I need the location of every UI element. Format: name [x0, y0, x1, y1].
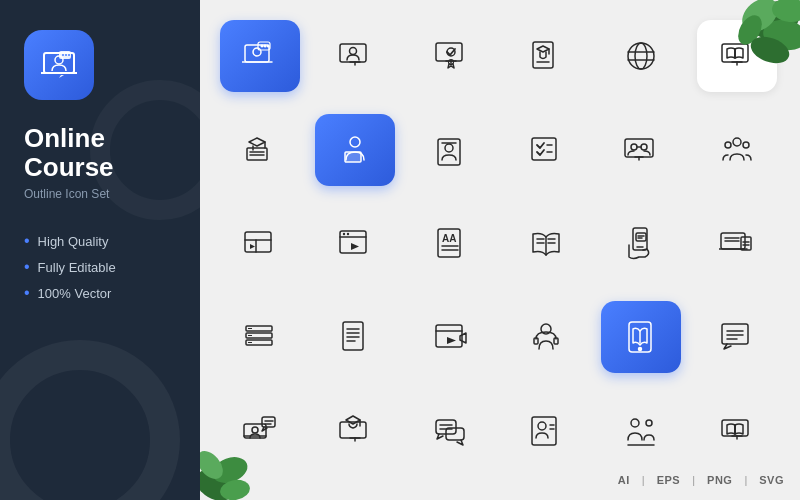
svg-point-4 — [62, 54, 64, 56]
sidebar-subtitle: Outline Icon Set — [24, 187, 176, 201]
chat-bubbles-icon — [411, 394, 491, 466]
svg-rect-63 — [245, 232, 271, 252]
book-read-icon — [506, 207, 586, 279]
svg-rect-28 — [436, 43, 462, 61]
svg-point-21 — [261, 45, 263, 47]
laptop-chat-icon — [220, 20, 300, 92]
sidebar: Online Course Outline Icon Set High Qual… — [0, 0, 200, 500]
svg-point-60 — [733, 138, 741, 146]
tablet-book-icon — [601, 301, 681, 373]
chat-book-icon — [697, 301, 777, 373]
svg-point-5 — [65, 54, 67, 56]
svg-point-6 — [68, 54, 70, 56]
svg-point-131 — [631, 419, 639, 427]
people-icon — [697, 114, 777, 186]
svg-point-46 — [350, 137, 360, 147]
chat-person-icon — [220, 394, 300, 466]
svg-rect-94 — [248, 328, 252, 329]
video-layout-icon — [220, 207, 300, 279]
svg-point-23 — [267, 45, 269, 47]
phone-chat-icon — [601, 207, 681, 279]
profile-card-icon — [411, 114, 491, 186]
app-icon — [24, 30, 94, 100]
browser-video-icon — [315, 207, 395, 279]
svg-point-61 — [725, 142, 731, 148]
feature-item-2: Fully Editable — [24, 259, 176, 275]
certificate-monitor-icon — [411, 20, 491, 92]
monitor-person-icon — [315, 20, 395, 92]
svg-point-35 — [628, 43, 654, 69]
text-document-icon: AA — [411, 207, 491, 279]
svg-point-27 — [350, 48, 357, 55]
svg-rect-117 — [262, 417, 275, 427]
svg-point-132 — [646, 420, 652, 426]
svg-rect-102 — [436, 325, 462, 347]
svg-rect-47 — [345, 152, 361, 162]
svg-point-108 — [639, 347, 642, 350]
svg-point-36 — [635, 43, 647, 69]
svg-rect-95 — [248, 335, 252, 336]
books-stack-icon — [220, 301, 300, 373]
feature-list: High Quality Fully Editable 100% Vector — [24, 233, 176, 311]
sidebar-title: Online Course — [24, 124, 176, 181]
svg-point-116 — [252, 427, 258, 433]
student-laptop-icon — [315, 114, 395, 186]
svg-text:AA: AA — [442, 233, 456, 244]
svg-point-62 — [743, 142, 749, 148]
svg-rect-81 — [636, 233, 646, 241]
group-monitor-icon — [601, 114, 681, 186]
svg-rect-24 — [340, 44, 366, 62]
svg-rect-127 — [532, 417, 556, 445]
monitor-hat-icon — [315, 394, 395, 466]
format-png: PNG — [707, 474, 732, 486]
book-monitor-icon — [697, 20, 777, 92]
graduation-tablet-icon — [506, 20, 586, 92]
icon-grid: AA — [200, 0, 800, 500]
svg-point-22 — [264, 45, 266, 47]
profile-list-icon — [506, 394, 586, 466]
format-svg: SVG — [759, 474, 784, 486]
laptop-doc-icon — [697, 207, 777, 279]
svg-point-69 — [347, 233, 349, 235]
video-play-icon — [411, 301, 491, 373]
svg-rect-110 — [722, 324, 748, 344]
document-lines-icon — [315, 301, 395, 373]
book-monitor2-icon — [697, 394, 777, 466]
svg-rect-51 — [532, 138, 556, 160]
graduation-book-icon — [220, 114, 300, 186]
people-list-icon — [601, 394, 681, 466]
svg-point-49 — [445, 144, 453, 152]
feature-item-1: High Quality — [24, 233, 176, 249]
svg-point-68 — [343, 233, 345, 235]
main-content: AA — [200, 0, 800, 500]
headset-icon — [506, 301, 586, 373]
format-eps: EPS — [657, 474, 681, 486]
svg-point-58 — [641, 144, 647, 150]
checklist-icon — [506, 114, 586, 186]
format-bar: AI | EPS | PNG | SVG — [618, 474, 784, 486]
svg-point-57 — [631, 144, 637, 150]
svg-point-19 — [253, 48, 261, 56]
svg-rect-97 — [343, 322, 363, 350]
svg-rect-43 — [247, 148, 267, 160]
format-ai: AI — [618, 474, 630, 486]
svg-rect-96 — [248, 342, 252, 343]
svg-rect-88 — [741, 237, 751, 250]
globe-icon — [601, 20, 681, 92]
feature-item-3: 100% Vector — [24, 285, 176, 301]
svg-rect-54 — [625, 139, 653, 157]
svg-point-128 — [538, 422, 546, 430]
